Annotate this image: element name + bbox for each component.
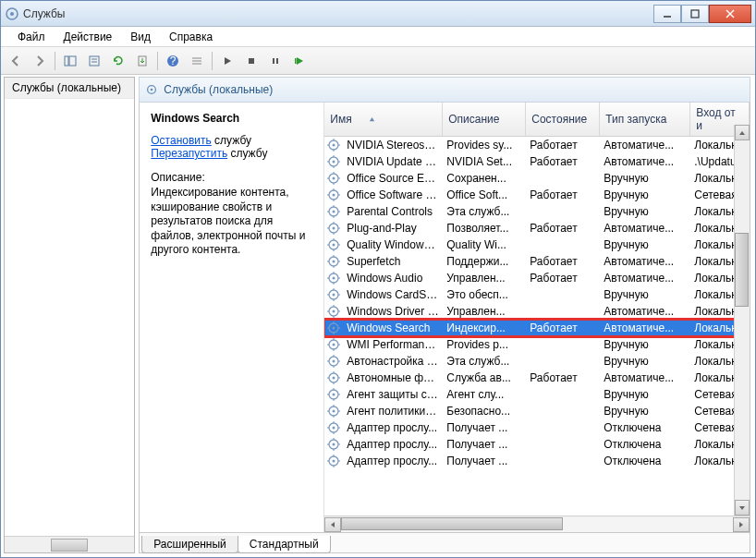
cell-startup: Автоматиче... xyxy=(600,371,690,384)
cell-name: WMI Performance... xyxy=(343,338,443,351)
service-row[interactable]: Office Software Pr...Office Soft...Работ… xyxy=(324,187,750,203)
service-icon xyxy=(326,138,341,152)
cell-name: Quality Windows ... xyxy=(343,238,443,251)
cell-name: Superfetch xyxy=(343,255,443,268)
toolbar-separator xyxy=(157,52,158,70)
service-row[interactable]: Plug-and-PlayПозволяет...РаботаетАвтомат… xyxy=(324,220,750,237)
close-button[interactable] xyxy=(709,5,751,23)
menu-action[interactable]: Действие xyxy=(55,29,122,45)
cell-startup: Автоматиче... xyxy=(600,139,690,152)
start-service-button[interactable] xyxy=(216,50,238,72)
list-vscrollbar[interactable] xyxy=(734,125,750,516)
svg-point-54 xyxy=(333,394,335,396)
left-scrollbar[interactable] xyxy=(5,536,134,552)
pause-service-button[interactable] xyxy=(264,50,287,72)
scroll-down-button[interactable] xyxy=(735,500,750,516)
cell-description: Индексир... xyxy=(443,321,526,334)
service-icon xyxy=(326,354,341,369)
cell-description: Агент слу... xyxy=(443,388,526,401)
col-header-state[interactable]: Состояние xyxy=(526,103,600,136)
pane-header: Службы (локальные) xyxy=(139,77,750,103)
tab-standard[interactable]: Стандартный xyxy=(238,536,331,553)
vscroll-thumb[interactable] xyxy=(735,233,749,307)
nav-back-button[interactable] xyxy=(5,50,27,72)
service-info-panel: Windows Search Остановить службу Перезап… xyxy=(140,103,324,532)
refresh-button[interactable] xyxy=(107,50,129,72)
service-row[interactable]: Агент защиты сет...Агент слу...ВручнуюСе… xyxy=(324,386,750,403)
svg-point-46 xyxy=(333,327,335,330)
cell-startup: Вручную xyxy=(600,288,690,301)
service-row[interactable]: WMI Performance...Provides p...ВручнуюЛо… xyxy=(324,336,750,353)
cell-name: Агент защиты сет... xyxy=(343,388,443,401)
svg-rect-6 xyxy=(65,56,68,66)
svg-point-48 xyxy=(333,344,335,346)
restart-service-button[interactable] xyxy=(288,50,311,72)
menu-view[interactable]: Вид xyxy=(121,29,160,45)
menu-help[interactable]: Справка xyxy=(160,29,222,45)
svg-point-60 xyxy=(333,443,335,446)
help-button[interactable]: ? xyxy=(162,50,184,72)
service-icon xyxy=(326,387,341,402)
service-row[interactable]: Windows CardSpa...Это обесп...ВручнуюЛок… xyxy=(324,286,750,303)
svg-point-52 xyxy=(333,377,335,380)
scroll-right-button[interactable] xyxy=(733,517,750,532)
svg-point-32 xyxy=(333,211,335,213)
service-row[interactable]: Автономные фай...Служба ав...РаботаетАвт… xyxy=(324,370,750,386)
service-row[interactable]: Windows SearchИндексир...РаботаетАвтомат… xyxy=(324,320,750,336)
service-row[interactable]: Агент политики I...Безопасно...ВручнуюСе… xyxy=(324,403,750,419)
col-header-name[interactable]: Имя xyxy=(324,103,443,136)
cell-description: Это обесп... xyxy=(443,288,526,301)
scrollbar-thumb[interactable] xyxy=(51,539,88,552)
col-header-startup-type[interactable]: Тип запуска xyxy=(600,103,690,136)
service-row[interactable]: NVIDIA Stereosco...Provides sy...Работае… xyxy=(324,137,750,153)
selected-service-name: Windows Search xyxy=(151,112,314,125)
cell-state: Работает xyxy=(526,321,600,334)
tab-extended[interactable]: Расширенный xyxy=(141,536,238,553)
cell-state: Работает xyxy=(526,222,600,235)
cell-state: Работает xyxy=(526,139,600,152)
stop-service-button[interactable] xyxy=(240,50,262,72)
service-row[interactable]: SuperfetchПоддержи...РаботаетАвтоматиче.… xyxy=(324,253,750,270)
cell-name: Адаптер прослу... xyxy=(343,438,443,451)
maximize-button[interactable] xyxy=(681,5,709,23)
list-button[interactable] xyxy=(186,50,208,72)
service-row[interactable]: Office Source Eng...Сохранен...ВручнуюЛо… xyxy=(324,170,750,187)
cell-startup: Вручную xyxy=(600,388,690,401)
scroll-up-button[interactable] xyxy=(735,125,750,140)
cell-startup: Отключена xyxy=(600,438,690,451)
svg-rect-7 xyxy=(69,56,76,66)
list-hscrollbar[interactable] xyxy=(324,516,750,532)
cell-name: Office Source Eng... xyxy=(343,172,443,185)
scroll-left-button[interactable] xyxy=(324,517,341,532)
service-row[interactable]: Windows Driver F...Управлен...Автоматиче… xyxy=(324,303,750,320)
cell-description: Эта служб... xyxy=(443,355,526,368)
service-icon xyxy=(326,271,341,285)
service-row[interactable]: Адаптер прослу...Получает ...ОтключенаЛо… xyxy=(324,436,750,453)
service-row[interactable]: NVIDIA Update Se...NVIDIA Set...Работает… xyxy=(324,153,750,170)
services-icon xyxy=(145,83,158,96)
export-button[interactable] xyxy=(131,50,153,72)
cell-description: Служба ав... xyxy=(443,371,526,384)
service-row[interactable]: Автонастройка W...Эта служб...ВручнуюЛок… xyxy=(324,353,750,370)
minimize-button[interactable] xyxy=(653,5,681,23)
service-row[interactable]: Parental ControlsЭта служб...ВручнуюЛока… xyxy=(324,203,750,220)
cell-startup: Отключена xyxy=(600,455,690,467)
tree-node-services-local[interactable]: Службы (локальные) xyxy=(5,78,134,99)
menu-file[interactable]: Файл xyxy=(8,29,55,45)
service-row[interactable]: Адаптер прослу...Получает ...ОтключенаЛо… xyxy=(324,453,750,469)
restart-service-link[interactable]: Перезапустить xyxy=(151,147,227,160)
cell-name: Windows Audio xyxy=(343,272,443,285)
stop-service-link[interactable]: Остановить xyxy=(151,134,212,147)
titlebar: Службы xyxy=(1,1,755,27)
show-hide-tree-button[interactable] xyxy=(59,50,81,72)
service-row[interactable]: Windows AudioУправлен...РаботаетАвтомати… xyxy=(324,270,750,286)
service-row[interactable]: Quality Windows ...Quality Wi...ВручнуюЛ… xyxy=(324,237,750,253)
nav-forward-button[interactable] xyxy=(29,50,51,72)
restart-suffix: службу xyxy=(227,147,267,160)
col-header-description[interactable]: Описание xyxy=(443,103,526,136)
hscroll-thumb[interactable] xyxy=(341,517,563,530)
service-row[interactable]: Адаптер прослу...Получает ...ОтключенаСе… xyxy=(324,419,750,436)
properties-button[interactable] xyxy=(83,50,105,72)
service-icon xyxy=(326,287,341,302)
cell-state: Работает xyxy=(526,188,600,201)
